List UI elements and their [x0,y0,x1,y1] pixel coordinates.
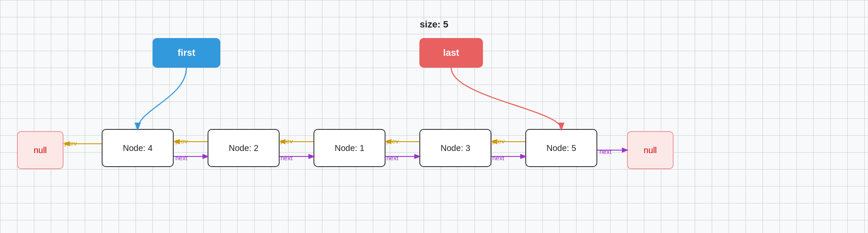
node-3-box: Node: 3 [419,129,491,167]
prev-label-null-node4: prev [64,140,77,147]
prev-label-node4-node2: prev [175,137,188,145]
null-right-box: null [627,131,674,169]
null-left-box: null [17,131,64,169]
last-to-node5-arrow [451,68,561,129]
last-pointer-box: last [419,38,483,68]
prev-label-node1-node3: prev [386,137,399,145]
first-to-node4-arrow [138,68,186,129]
arrows-svg [0,0,868,233]
next-label-node4-node2: next [175,154,187,162]
next-label-node2-node1: next [280,154,292,162]
first-pointer-box: first [153,38,220,68]
node-2-box: Node: 2 [208,129,280,167]
node-4-box: Node: 4 [102,129,174,167]
next-label-node3-node5: next [492,154,504,162]
node-1-box: Node: 1 [313,129,385,167]
prev-label-node2-node1: prev [280,137,293,145]
size-label: size: 5 [420,19,448,30]
next-label-node1-node3: next [386,154,398,162]
prev-label-node3-node5: prev [492,137,505,145]
next-label-node5-null: next [599,148,611,155]
node-5-box: Node: 5 [525,129,597,167]
